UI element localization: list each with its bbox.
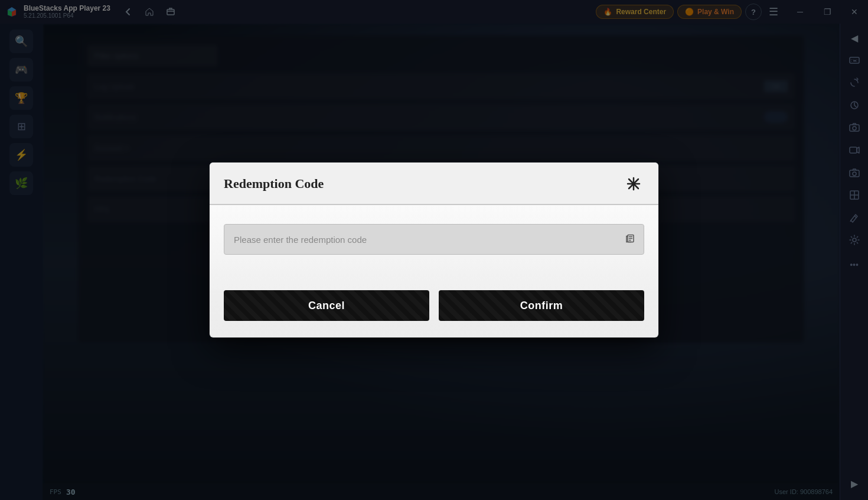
modal-overlay: Redemption Code [0, 0, 868, 500]
dialog-close-icon [624, 174, 643, 193]
dialog-body [210, 205, 658, 290]
cancel-button[interactable]: Cancel [224, 290, 429, 321]
redemption-dialog: Redemption Code [210, 163, 658, 337]
dialog-footer: Cancel Confirm [210, 290, 658, 337]
dialog-close-button[interactable] [623, 173, 644, 194]
paste-icon[interactable] [624, 232, 636, 247]
code-input-wrapper [224, 224, 644, 255]
confirm-button[interactable]: Confirm [439, 290, 644, 321]
redemption-code-input[interactable] [224, 224, 644, 255]
dialog-header: Redemption Code [210, 163, 658, 205]
dialog-title: Redemption Code [224, 176, 324, 191]
